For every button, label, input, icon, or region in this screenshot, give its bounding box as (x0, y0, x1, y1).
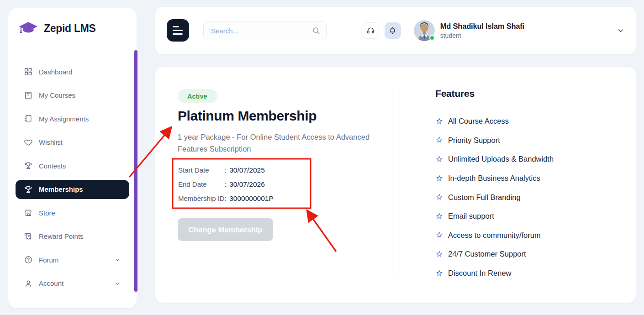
feature-label: Priority Support (448, 136, 500, 145)
user-name: Md Shadikul Islam Shafi (440, 22, 524, 31)
status-badge: Active (178, 89, 217, 103)
feature-label: In-depth Business Analytics (448, 174, 540, 183)
grid-icon (24, 67, 33, 76)
feature-label: Custom Full Branding (448, 193, 521, 202)
sidebar-item-label: Wishlist (39, 138, 63, 146)
detail-label: Start Date (178, 166, 225, 174)
feature-list: All Course Access Priority Support Unlim… (435, 112, 554, 283)
feature-item: All Course Access (435, 112, 554, 131)
topbar: Md Shadikul Islam Shafi student (155, 7, 636, 54)
membership-panel: Active Platinum Membership 1 year Packag… (155, 67, 636, 303)
sidebar-item-label: My Courses (39, 91, 75, 99)
avatar[interactable] (414, 20, 435, 41)
coupon-icon (24, 232, 33, 241)
profile-menu[interactable]: Md Shadikul Islam Shafi student (414, 20, 625, 41)
book-icon (24, 91, 33, 100)
feature-label: Discount In Renew (448, 269, 512, 278)
membership-description: 1 year Package - For Online Student Acce… (178, 131, 381, 155)
graduation-cap-icon (18, 20, 38, 37)
feature-item: Discount In Renew (435, 264, 554, 283)
sidebar-item-label: Dashboard (39, 68, 72, 76)
detail-value: 30/07/2025 (229, 166, 265, 174)
star-icon (435, 269, 443, 278)
storefront-icon (24, 208, 33, 217)
sidebar: Zepid LMS Dashboard My Courses My Assign… (8, 8, 137, 308)
heart-icon (24, 138, 33, 147)
sidebar-item-label: My Assignments (39, 115, 89, 123)
sidebar-nav: Dashboard My Courses My Assignments Wish… (16, 62, 129, 293)
feature-item: Unlimited Uploads & Bandwidth (435, 150, 554, 169)
membership-detail-row: Start Date : 30/07/2025 (178, 163, 274, 177)
membership-title: Platinum Membership (178, 108, 317, 124)
detail-label: End Date (178, 180, 225, 188)
sidebar-item-my-courses[interactable]: My Courses (16, 86, 129, 105)
sidebar-scrollbar[interactable] (134, 50, 137, 292)
detail-separator: : (225, 194, 227, 202)
logo[interactable]: Zepid LMS (8, 8, 137, 49)
sidebar-item-forum[interactable]: Forum (16, 250, 129, 269)
features-section: Features All Course Access Priority Supp… (435, 88, 554, 283)
headset-icon (366, 26, 375, 35)
sidebar-item-dashboard[interactable]: Dashboard (16, 62, 129, 81)
sidebar-item-label: Account (39, 279, 63, 287)
chevron-down-icon[interactable] (617, 26, 625, 35)
feature-item: Priority Support (435, 131, 554, 150)
membership-detail-row: End Date : 30/07/2026 (178, 177, 274, 191)
features-title: Features (435, 88, 554, 99)
detail-value: 3000000001P (229, 194, 274, 203)
column-divider (400, 88, 400, 278)
bell-icon (388, 26, 397, 35)
feature-label: Access to community/forum (448, 231, 541, 240)
detail-label: Membership ID (178, 194, 225, 202)
star-icon (435, 136, 443, 144)
feature-item: In-depth Business Analytics (435, 169, 554, 188)
feature-item: 24/7 Customer Support (435, 245, 554, 264)
menu-toggle-button[interactable] (167, 19, 189, 42)
sidebar-item-label: Contests (39, 162, 66, 170)
sidebar-item-label: Reward Points (39, 232, 84, 240)
feature-label: All Course Access (448, 117, 509, 126)
topbar-actions: Md Shadikul Islam Shafi student (363, 7, 625, 54)
support-headset-button[interactable] (363, 22, 379, 39)
search-icon[interactable] (311, 26, 321, 35)
sidebar-item-my-assignments[interactable]: My Assignments (16, 109, 129, 128)
feature-label: 24/7 Customer Support (448, 250, 526, 258)
detail-value: 30/07/2026 (229, 180, 265, 189)
feature-label: Email support (448, 212, 494, 220)
star-icon (435, 193, 443, 201)
trophy-icon (24, 161, 33, 170)
star-icon (435, 117, 443, 126)
feature-item: Custom Full Branding (435, 188, 554, 207)
notebook-icon (24, 114, 33, 123)
sidebar-item-label: Memberships (39, 185, 83, 193)
user-role: student (440, 32, 524, 39)
sidebar-item-label: Forum (39, 256, 58, 264)
star-icon (435, 212, 443, 220)
star-icon (435, 250, 443, 258)
notifications-button[interactable] (385, 22, 401, 39)
sidebar-item-memberships[interactable]: Memberships (16, 180, 129, 199)
app-title: Zepid LMS (44, 22, 96, 35)
feature-label: Unlimited Uploads & Bandwidth (448, 155, 554, 163)
feature-item: Email support (435, 207, 554, 226)
change-membership-button[interactable]: Change Membership (178, 218, 273, 241)
sidebar-item-account[interactable]: Account (16, 274, 129, 293)
sidebar-item-label: Store (39, 209, 55, 217)
star-icon (435, 155, 443, 163)
online-status-dot (429, 35, 435, 41)
chevron-down-icon (114, 256, 121, 263)
sidebar-item-wishlist[interactable]: Wishlist (16, 133, 129, 152)
trophy-icon (24, 185, 33, 194)
chevron-down-icon (114, 280, 121, 287)
sidebar-item-reward-points[interactable]: Reward Points (16, 227, 129, 246)
question-circle-icon (24, 255, 33, 264)
membership-details: Start Date : 30/07/2025 End Date : 30/07… (178, 163, 274, 205)
sidebar-item-store[interactable]: Store (16, 203, 129, 222)
star-icon (435, 231, 443, 239)
sidebar-item-contests[interactable]: Contests (16, 156, 129, 175)
search (203, 21, 327, 40)
membership-detail-row: Membership ID : 3000000001P (178, 191, 274, 205)
detail-separator: : (225, 180, 227, 188)
feature-item: Access to community/forum (435, 226, 554, 245)
search-input[interactable] (203, 21, 327, 40)
